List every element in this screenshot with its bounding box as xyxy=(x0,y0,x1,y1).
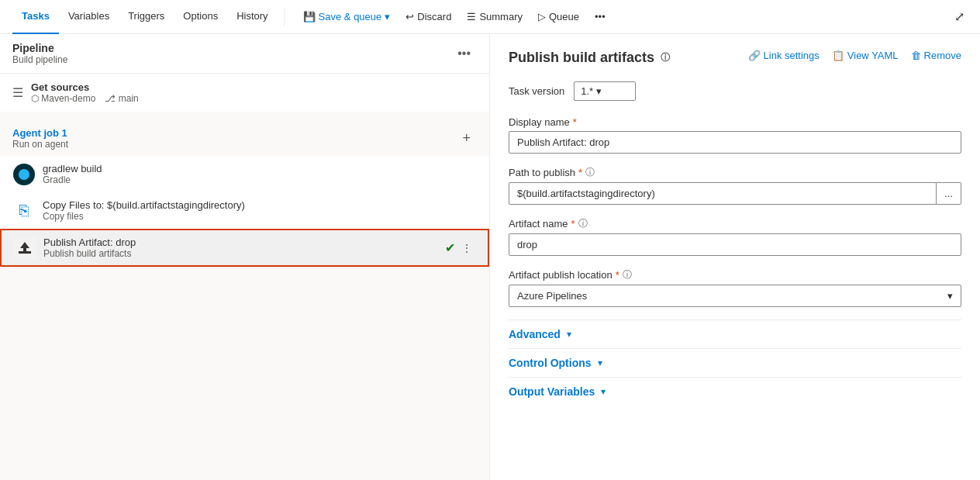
artifact-location-chevron-icon: ▾ xyxy=(947,290,953,302)
gradle-task-name: gradlew build xyxy=(43,163,476,174)
discard-icon: ↩ xyxy=(405,11,414,22)
version-value: 1.* xyxy=(581,85,593,97)
artifact-publish-location-select[interactable]: Azure Pipelines ▾ xyxy=(509,285,961,307)
path-to-publish-label: Path to publish * ⓘ xyxy=(509,166,961,179)
get-sources-name: Get sources xyxy=(31,81,477,93)
agent-job-title: Agent job 1 xyxy=(12,127,68,139)
path-to-publish-input[interactable] xyxy=(509,182,937,205)
agent-job-subtitle: Run on agent xyxy=(12,139,68,150)
path-to-publish-field: Path to publish * ⓘ ... xyxy=(509,166,961,205)
task-title-group: Publish build artifacts ⓘ xyxy=(509,50,670,66)
display-name-label: Display name * xyxy=(509,116,961,128)
get-sources-info: Get sources ⬡ Maven-demo ⎇ main xyxy=(31,81,477,104)
remove-icon: 🗑 xyxy=(911,50,921,61)
expand-button[interactable]: ⤢ xyxy=(951,6,968,27)
remove-button[interactable]: 🗑 Remove xyxy=(911,50,961,61)
path-info-icon[interactable]: ⓘ xyxy=(585,166,595,179)
version-select[interactable]: 1.* ▾ xyxy=(574,81,636,101)
copy-files-task-name: Copy Files to: $(build.artifactstagingdi… xyxy=(43,199,476,211)
artifact-publish-location-field: Artifact publish location * ⓘ Azure Pipe… xyxy=(509,268,961,307)
task-title-info-icon[interactable]: ⓘ xyxy=(661,51,670,64)
artifact-name-input[interactable] xyxy=(509,233,961,256)
artifact-publish-location-label: Artifact publish location * ⓘ xyxy=(509,268,961,281)
path-browse-button[interactable]: ... xyxy=(937,182,961,205)
task-title-text: Publish build artifacts xyxy=(509,50,654,66)
copy-files-task-info: Copy Files to: $(build.artifactstagingdi… xyxy=(43,199,476,222)
gradle-task-subtitle: Gradle xyxy=(43,174,476,185)
pipeline-header: Pipeline Build pipeline ••• xyxy=(0,34,489,73)
upload-icon xyxy=(17,240,33,256)
svg-marker-1 xyxy=(20,242,29,251)
check-icon: ✔ xyxy=(445,240,455,255)
artifact-location-required: * xyxy=(616,269,619,281)
save-queue-button[interactable]: 💾 Save & queue ▾ xyxy=(297,8,397,26)
dropdown-arrow-icon: ▾ xyxy=(385,11,390,22)
artifact-location-value: Azure Pipelines xyxy=(517,290,587,302)
artifact-name-info-icon[interactable]: ⓘ xyxy=(578,217,588,230)
copy-icon: ⎘ xyxy=(19,202,29,219)
task-item-gradle[interactable]: gradlew build Gradle xyxy=(0,156,489,192)
version-chevron-icon: ▾ xyxy=(596,85,602,97)
expand-icon: ⤢ xyxy=(954,10,964,23)
artifact-name-label: Artifact name * ⓘ xyxy=(509,217,961,230)
output-variables-chevron-icon: ▾ xyxy=(601,386,606,397)
pipeline-more-button[interactable]: ••• xyxy=(451,43,477,64)
artifact-location-info-icon[interactable]: ⓘ xyxy=(623,268,632,281)
artifact-name-required: * xyxy=(571,218,575,230)
version-label: Task version xyxy=(509,85,564,97)
queue-button[interactable]: ▷ Queue xyxy=(532,8,585,26)
artifact-name-field: Artifact name * ⓘ xyxy=(509,217,961,256)
output-variables-section[interactable]: Output Variables ▾ xyxy=(509,377,961,406)
control-options-section[interactable]: Control Options ▾ xyxy=(509,348,961,377)
get-sources-meta: ⬡ Maven-demo ⎇ main xyxy=(31,93,477,104)
task-item-copy-files[interactable]: ⎘ Copy Files to: $(build.artifactstaging… xyxy=(0,192,489,229)
control-options-chevron-icon: ▾ xyxy=(598,357,602,368)
main-layout: Pipeline Build pipeline ••• ☰ Get source… xyxy=(0,34,980,480)
tab-variables[interactable]: Variables xyxy=(59,0,119,34)
sources-icon: ☰ xyxy=(12,85,23,100)
discard-button[interactable]: ↩ Discard xyxy=(399,8,457,26)
yaml-icon: 📋 xyxy=(832,50,844,61)
summary-button[interactable]: ☰ Summary xyxy=(461,8,529,26)
nav-actions: 💾 Save & queue ▾ ↩ Discard ☰ Summary ▷ Q… xyxy=(297,8,612,26)
copy-files-task-subtitle: Copy files xyxy=(43,211,476,222)
publish-artifact-task-name: Publish Artifact: drop xyxy=(43,237,437,248)
control-options-title: Control Options xyxy=(509,357,592,369)
branch-meta: ⎇ main xyxy=(105,93,138,104)
more-options-button[interactable]: ••• xyxy=(588,8,612,26)
advanced-chevron-icon: ▾ xyxy=(567,329,571,340)
play-icon: ▷ xyxy=(538,11,546,22)
publish-artifact-more-button[interactable]: ⋮ xyxy=(458,240,475,256)
maven-demo-meta: ⬡ Maven-demo xyxy=(31,93,95,104)
add-task-button[interactable]: + xyxy=(456,129,477,148)
link-icon: 🔗 xyxy=(748,50,761,61)
agent-job-header: Agent job 1 Run on agent + xyxy=(0,118,489,156)
path-to-publish-input-group: ... xyxy=(509,182,961,205)
left-panel: Pipeline Build pipeline ••• ☰ Get source… xyxy=(0,34,490,480)
tab-tasks[interactable]: Tasks xyxy=(12,0,59,34)
ellipsis-icon: ... xyxy=(944,188,953,199)
publish-artifact-task-actions: ✔ ⋮ xyxy=(445,240,475,256)
nav-divider xyxy=(284,8,285,26)
pipeline-info: Pipeline Build pipeline xyxy=(12,42,67,65)
path-required: * xyxy=(578,167,582,178)
display-name-input[interactable] xyxy=(509,131,961,154)
publish-artifact-task-info: Publish Artifact: drop Publish build art… xyxy=(43,237,437,259)
tab-history[interactable]: History xyxy=(227,0,277,34)
tab-triggers[interactable]: Triggers xyxy=(119,0,174,34)
get-sources-row[interactable]: ☰ Get sources ⬡ Maven-demo ⎇ main xyxy=(0,73,489,112)
version-row: Task version 1.* ▾ xyxy=(509,81,961,101)
pipeline-title: Pipeline xyxy=(12,42,67,54)
link-settings-button[interactable]: 🔗 Link settings xyxy=(748,50,820,61)
advanced-section[interactable]: Advanced ▾ xyxy=(509,319,961,348)
pipeline-subtitle: Build pipeline xyxy=(12,54,67,65)
advanced-title: Advanced xyxy=(509,328,561,340)
gradle-task-icon xyxy=(13,164,35,185)
copy-files-task-icon: ⎘ xyxy=(13,200,35,222)
tab-options[interactable]: Options xyxy=(174,0,227,34)
top-nav: Tasks Variables Triggers Options History… xyxy=(0,0,980,34)
publish-artifact-task-subtitle: Publish build artifacts xyxy=(43,248,437,259)
view-yaml-button[interactable]: 📋 View YAML xyxy=(832,50,899,61)
display-name-required: * xyxy=(573,116,577,128)
task-item-publish-artifact[interactable]: Publish Artifact: drop Publish build art… xyxy=(0,229,489,267)
